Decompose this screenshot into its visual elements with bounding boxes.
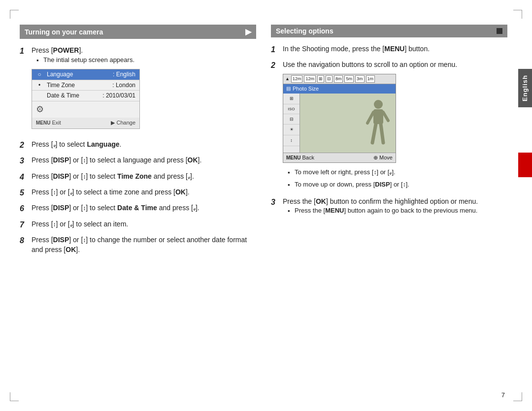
topbar-5m: 5m: [344, 75, 354, 83]
step-1-bullet-1-text: The intial setup screen appears.: [43, 56, 134, 65]
step-1-content: Press [POWER]. ▪ The intial setup screen…: [32, 46, 256, 135]
topbar-crop: ⊟: [326, 75, 332, 83]
right-step-2-num: 2: [271, 60, 279, 191]
svg-line-2: [367, 112, 373, 123]
cam-row-datetime: Date & Time : 2010/03/01: [32, 91, 139, 101]
bullet-dot: ▪: [36, 56, 40, 65]
cam-right-footer: MENU Back ⊕ Move: [283, 153, 396, 162]
right-step-1-content: In the Shooting mode, press the [MENU] b…: [283, 44, 507, 55]
step-1-text: Press [POWER].: [32, 46, 83, 54]
step-5-content: Press [↕] or [ᵩ] to select a time zone a…: [32, 188, 256, 198]
step-3: 3 Press [DISP] or [↕] to select a langua…: [20, 156, 256, 166]
right-step-1-text: In the Shooting mode, press the [MENU] b…: [283, 45, 430, 53]
step-2-text: Press [ᵩ] to select Language.: [32, 140, 121, 148]
step-7-content: Press [↕] or [ᵩ] to select an item.: [32, 220, 256, 230]
cam-footer-change: ▶ Change: [111, 119, 135, 126]
cam-row-value-language: : English: [113, 70, 135, 79]
sidebar-item-grid: ⊞: [283, 94, 299, 104]
right-step-2-text: Use the navigation buttons to scroll to …: [283, 61, 457, 68]
right-step-2-bullet-2-text: To move up or down, press [DISP] or [↕].: [295, 180, 409, 190]
step-1-num: 1: [20, 46, 28, 135]
cam-row-label-timezone: Time Zone: [47, 81, 108, 90]
step-4-text: Press [DISP] or [↕] to select Time Zone …: [32, 172, 194, 180]
svg-point-0: [374, 100, 383, 109]
right-step-3: 3 Press the [OK] button to confirm the h…: [271, 197, 507, 219]
cam-menu-label: Photo Size: [293, 85, 319, 93]
cam-menu-item-row: ▤ Photo Size: [283, 84, 396, 94]
right-step-2-bullet-1: ▪ To move left or right, press [↕] or [ᵩ…: [288, 168, 507, 177]
camera-screen-right: ▲ 12m 12m ⊞ ⊟ 8m 5m 3m 1m ▤ Photo Size: [283, 74, 396, 163]
step-6-content: Press [DISP] or [↕] to select Date & Tim…: [32, 203, 256, 214]
cam-row-label-datetime: Date & Time: [47, 92, 99, 100]
step-3-content: Press [DISP] or [↕] to select a language…: [32, 156, 256, 166]
sidebar-item-minus: ⊟: [283, 114, 299, 125]
right-step-3-bullet-1-text: Press the [MENU] button again to go back…: [295, 206, 477, 216]
step-6-num: 6: [20, 203, 28, 214]
step-7-num: 7: [20, 220, 28, 230]
corner-mark-br: [513, 392, 522, 401]
cam-footer-left-screen: MENU Exit ▶ Change: [32, 118, 139, 128]
cam-row-icon-timezone: •: [36, 82, 43, 89]
page-number: 7: [501, 391, 505, 399]
step-6: 6 Press [DISP] or [↕] to select Date & T…: [20, 203, 256, 214]
svg-line-4: [372, 124, 376, 143]
right-column: Selecting options 1 In the Shooting mode…: [271, 25, 507, 386]
camera-screen-left: ○ Language : English • Time Zone : Londo…: [32, 69, 140, 129]
left-header-title: Turning on your camera: [25, 28, 103, 36]
step-5-num: 5: [20, 188, 28, 198]
square-icon: [497, 28, 502, 34]
cam-row-label-language: Language: [47, 70, 109, 79]
step-5: 5 Press [↕] or [ᵩ] to select a time zone…: [20, 188, 256, 198]
language-tab: English: [518, 69, 532, 107]
right-step-3-num: 3: [271, 197, 279, 219]
cam-row-language: ○ Language : English: [32, 69, 139, 80]
bullet-dot-2-1: ▪: [288, 168, 292, 177]
step-8-text: Press [DISP] or [↕] to change the number…: [32, 236, 247, 253]
cam-menu-icon: ▤: [286, 85, 291, 92]
right-arrow-icon: ▶: [245, 27, 251, 36]
corner-mark-tl: [10, 10, 19, 19]
cam-footer-menu-exit: MENU Exit: [36, 119, 61, 126]
main-container: Turning on your camera ▶ 1 Press [POWER]…: [20, 25, 507, 386]
sidebar-item-iso: ISO: [283, 104, 299, 114]
right-step-2-bullet-2: ▪ To move up or down, press [DISP] or [↕…: [288, 180, 507, 190]
sidebar-item-down: ↕: [283, 135, 299, 146]
sidebar-item-sun: ☀: [283, 125, 299, 135]
language-tab-accent: [518, 153, 532, 177]
svg-rect-1: [373, 109, 383, 124]
step-4-content: Press [DISP] or [↕] to select Time Zone …: [32, 172, 256, 183]
svg-line-3: [383, 112, 388, 121]
bullet-dot-2-2: ▪: [288, 181, 292, 190]
topbar-3m: 3m: [355, 75, 365, 83]
topbar-12m-1: 12m: [291, 75, 303, 83]
step-1-bullet-1: ▪ The intial setup screen appears.: [36, 56, 256, 65]
right-step-1: 1 In the Shooting mode, press the [MENU]…: [271, 44, 507, 55]
right-step-3-content: Press the [OK] button to confirm the hig…: [283, 197, 507, 219]
cam-row-icon-datetime: [36, 93, 43, 99]
topbar-wide: ⊞: [317, 75, 324, 83]
cam-right-sidebar: ⊞ ISO ⊟ ☀ ↕: [283, 94, 300, 153]
topbar-12m-2: 12m: [304, 75, 316, 83]
right-step-2-content: Use the navigation buttons to scroll to …: [283, 60, 507, 191]
step-5-text: Press [↕] or [ᵩ] to select a time zone a…: [32, 188, 190, 196]
step-2: 2 Press [ᵩ] to select Language.: [20, 140, 256, 151]
cam-row-value-timezone: : London: [112, 81, 135, 90]
step-6-text: Press [DISP] or [↕] to select Date & Tim…: [32, 204, 200, 212]
step-1: 1 Press [POWER]. ▪ The intial setup scre…: [20, 46, 256, 135]
cam-right-footer-back: MENU Back: [286, 154, 314, 161]
cam-right-main: [300, 94, 396, 153]
cam-row-timezone: • Time Zone : London: [32, 80, 139, 91]
left-column: Turning on your camera ▶ 1 Press [POWER]…: [20, 25, 256, 386]
step-7-text: Press [↕] or [ᵩ] to select an item.: [32, 220, 128, 228]
cam-row-value-datetime: : 2010/03/01: [102, 92, 135, 100]
right-section-header: Selecting options: [271, 25, 507, 37]
right-step-2-bullet-1-text: To move left or right, press [↕] or [ᵩ].: [295, 168, 396, 177]
left-section-header: Turning on your camera ▶: [20, 25, 256, 39]
cam-right-topbar: ▲ 12m 12m ⊞ ⊟ 8m 5m 3m 1m: [283, 74, 396, 84]
cam-row-icon-language: ○: [36, 71, 43, 78]
step-7: 7 Press [↕] or [ᵩ] to select an item.: [20, 220, 256, 230]
step-4-num: 4: [20, 172, 28, 183]
right-step-3-bullet-1: ▪ Press the [MENU] button again to go ba…: [288, 206, 507, 216]
topbar-up-arrow: ▲: [285, 76, 290, 82]
step-3-num: 3: [20, 156, 28, 166]
